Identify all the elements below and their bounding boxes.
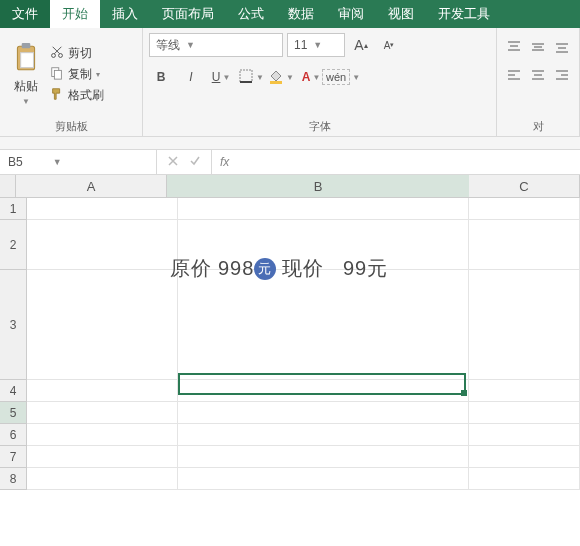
row-header[interactable]: 8 bbox=[0, 468, 27, 490]
row-header[interactable]: 2 bbox=[0, 220, 27, 270]
bold-button[interactable]: B bbox=[149, 66, 173, 88]
tab-dev[interactable]: 开发工具 bbox=[426, 0, 502, 28]
copy-button[interactable]: 复制 ▾ bbox=[50, 66, 104, 83]
cell[interactable] bbox=[469, 402, 580, 424]
svg-rect-6 bbox=[54, 70, 61, 79]
align-center-button[interactable] bbox=[527, 64, 549, 86]
cell[interactable] bbox=[27, 270, 178, 380]
underline-button[interactable]: U▼ bbox=[209, 66, 233, 88]
cell[interactable] bbox=[178, 424, 469, 446]
active-cell-outline bbox=[178, 373, 466, 395]
svg-rect-2 bbox=[21, 53, 34, 68]
tab-formula[interactable]: 公式 bbox=[226, 0, 276, 28]
cell[interactable] bbox=[27, 380, 178, 402]
decrease-font-icon: A bbox=[384, 40, 391, 51]
tab-view[interactable]: 视图 bbox=[376, 0, 426, 28]
align-right-icon bbox=[554, 67, 570, 83]
bucket-icon bbox=[268, 68, 284, 87]
tab-review[interactable]: 审阅 bbox=[326, 0, 376, 28]
chevron-down-icon: ▾ bbox=[96, 70, 100, 79]
chevron-down-icon: ▼ bbox=[313, 40, 322, 50]
cell[interactable] bbox=[469, 270, 580, 380]
cell[interactable] bbox=[178, 468, 469, 490]
cell[interactable] bbox=[469, 468, 580, 490]
paste-button[interactable]: 粘贴 ▼ bbox=[6, 32, 46, 117]
font-size-select[interactable]: 11▼ bbox=[287, 33, 345, 57]
cell[interactable] bbox=[469, 380, 580, 402]
tab-insert[interactable]: 插入 bbox=[100, 0, 150, 28]
cell[interactable] bbox=[27, 468, 178, 490]
chevron-down-icon: ▼ bbox=[352, 73, 360, 82]
tab-layout[interactable]: 页面布局 bbox=[150, 0, 226, 28]
tab-home[interactable]: 开始 bbox=[50, 0, 100, 28]
tab-data[interactable]: 数据 bbox=[276, 0, 326, 28]
cell[interactable] bbox=[469, 424, 580, 446]
copy-icon bbox=[50, 66, 64, 83]
fill-color-button[interactable]: ▼ bbox=[269, 66, 293, 88]
row-header[interactable]: 5 bbox=[0, 402, 27, 424]
fx-label[interactable]: fx bbox=[212, 150, 237, 174]
cell[interactable] bbox=[469, 446, 580, 468]
cut-button[interactable]: 剪切 bbox=[50, 45, 104, 62]
col-header-b[interactable]: B bbox=[167, 175, 469, 197]
increase-font-button[interactable]: A▴ bbox=[349, 34, 373, 56]
cancel-formula-button[interactable] bbox=[167, 155, 179, 170]
chevron-down-icon: ▼ bbox=[186, 40, 195, 50]
cell[interactable] bbox=[178, 198, 469, 220]
align-group-label: 对 bbox=[503, 117, 573, 134]
svg-rect-1 bbox=[22, 43, 31, 48]
current-price-value: 99元 bbox=[343, 255, 388, 282]
cell[interactable] bbox=[27, 446, 178, 468]
align-middle-icon bbox=[530, 39, 546, 55]
cell[interactable] bbox=[27, 198, 178, 220]
svg-rect-7 bbox=[240, 70, 252, 82]
font-color-icon: A bbox=[302, 70, 311, 84]
italic-button[interactable]: I bbox=[179, 66, 203, 88]
align-top-button[interactable] bbox=[503, 36, 525, 58]
cell[interactable] bbox=[27, 424, 178, 446]
row-header[interactable]: 6 bbox=[0, 424, 27, 446]
chevron-down-icon: ▼ bbox=[22, 97, 30, 106]
price-textbox[interactable]: 原价 998元 现价 99元 bbox=[170, 255, 388, 282]
row-header[interactable]: 3 bbox=[0, 270, 27, 380]
col-header-a[interactable]: A bbox=[16, 175, 167, 197]
cell[interactable] bbox=[178, 446, 469, 468]
cell[interactable] bbox=[178, 270, 469, 380]
align-bottom-button[interactable] bbox=[551, 36, 573, 58]
row-header[interactable]: 1 bbox=[0, 198, 27, 220]
bold-icon: B bbox=[157, 70, 166, 84]
decrease-font-button[interactable]: A▾ bbox=[377, 34, 401, 56]
align-middle-button[interactable] bbox=[527, 36, 549, 58]
phonetic-button[interactable]: wén▼ bbox=[329, 66, 353, 88]
clipboard-group-label: 剪贴板 bbox=[6, 117, 136, 134]
formula-bar[interactable] bbox=[237, 150, 580, 174]
border-button[interactable]: ▼ bbox=[239, 66, 263, 88]
paste-label: 粘贴 bbox=[14, 78, 38, 95]
tab-file[interactable]: 文件 bbox=[0, 0, 50, 28]
align-left-button[interactable] bbox=[503, 64, 525, 86]
cell[interactable] bbox=[178, 402, 469, 424]
cell[interactable] bbox=[469, 220, 580, 270]
align-top-icon bbox=[506, 39, 522, 55]
original-price-label: 原价 bbox=[170, 255, 212, 282]
cell[interactable] bbox=[27, 220, 178, 270]
font-name-select[interactable]: 等线▼ bbox=[149, 33, 283, 57]
align-left-icon bbox=[506, 67, 522, 83]
select-all-corner[interactable] bbox=[0, 175, 16, 197]
chevron-down-icon: ▼ bbox=[256, 73, 264, 82]
row-header[interactable]: 7 bbox=[0, 446, 27, 468]
cell[interactable] bbox=[469, 198, 580, 220]
font-color-button[interactable]: A▼ bbox=[299, 66, 323, 88]
row-header[interactable]: 4 bbox=[0, 380, 27, 402]
confirm-formula-button[interactable] bbox=[189, 155, 201, 170]
x-icon bbox=[167, 155, 179, 167]
format-painter-button[interactable]: 格式刷 bbox=[50, 87, 104, 104]
align-right-button[interactable] bbox=[551, 64, 573, 86]
name-box[interactable]: B5▼ bbox=[0, 150, 157, 174]
svg-point-4 bbox=[59, 54, 63, 58]
cursor-badge: 元 bbox=[254, 258, 276, 280]
cell[interactable] bbox=[27, 402, 178, 424]
svg-point-3 bbox=[52, 54, 56, 58]
col-header-c[interactable]: C bbox=[469, 175, 580, 197]
clipboard-icon bbox=[13, 43, 39, 76]
